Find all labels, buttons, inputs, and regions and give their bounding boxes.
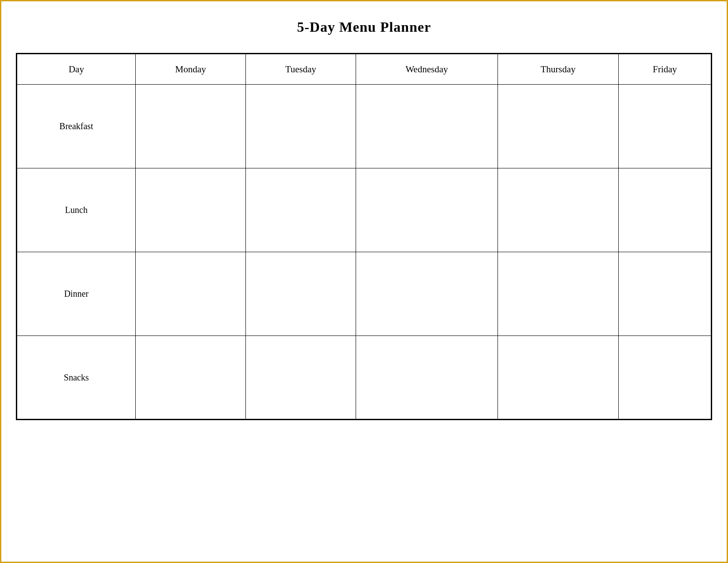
meal-cell[interactable] bbox=[619, 336, 712, 420]
meal-cell[interactable] bbox=[356, 85, 498, 168]
meal-label-dinner: Dinner bbox=[17, 252, 136, 336]
col-tuesday: Tuesday bbox=[245, 54, 356, 85]
meal-cell[interactable] bbox=[356, 336, 498, 420]
meal-label-lunch: Lunch bbox=[17, 168, 136, 252]
meal-cell[interactable] bbox=[136, 336, 245, 420]
meal-cell[interactable] bbox=[619, 85, 712, 168]
header-row: Day Monday Tuesday Wednesday Thursday Fr… bbox=[17, 54, 712, 85]
col-friday: Friday bbox=[619, 54, 712, 85]
meal-cell[interactable] bbox=[245, 336, 356, 420]
meal-cell[interactable] bbox=[245, 85, 356, 168]
menu-planner-table: Day Monday Tuesday Wednesday Thursday Fr… bbox=[16, 53, 712, 420]
meal-row: Snacks bbox=[17, 336, 712, 420]
meal-cell[interactable] bbox=[136, 85, 245, 168]
meal-row: Dinner bbox=[17, 252, 712, 336]
meal-cell[interactable] bbox=[136, 168, 245, 252]
meal-cell[interactable] bbox=[619, 252, 712, 336]
meal-label-snacks: Snacks bbox=[17, 336, 136, 420]
meal-cell[interactable] bbox=[498, 336, 619, 420]
meal-row: Breakfast bbox=[17, 85, 712, 168]
meal-cell[interactable] bbox=[356, 168, 498, 252]
col-wednesday: Wednesday bbox=[356, 54, 498, 85]
meal-row: Lunch bbox=[17, 168, 712, 252]
page-title: 5-Day Menu Planner bbox=[297, 19, 431, 35]
meal-cell[interactable] bbox=[356, 252, 498, 336]
meal-cell[interactable] bbox=[619, 168, 712, 252]
meal-cell[interactable] bbox=[245, 168, 356, 252]
meal-cell[interactable] bbox=[245, 252, 356, 336]
meal-cell[interactable] bbox=[136, 252, 245, 336]
meal-cell[interactable] bbox=[498, 168, 619, 252]
meal-cell[interactable] bbox=[498, 252, 619, 336]
col-day: Day bbox=[17, 54, 136, 85]
col-monday: Monday bbox=[136, 54, 245, 85]
col-thursday: Thursday bbox=[498, 54, 619, 85]
meal-cell[interactable] bbox=[498, 85, 619, 168]
meal-label-breakfast: Breakfast bbox=[17, 85, 136, 168]
